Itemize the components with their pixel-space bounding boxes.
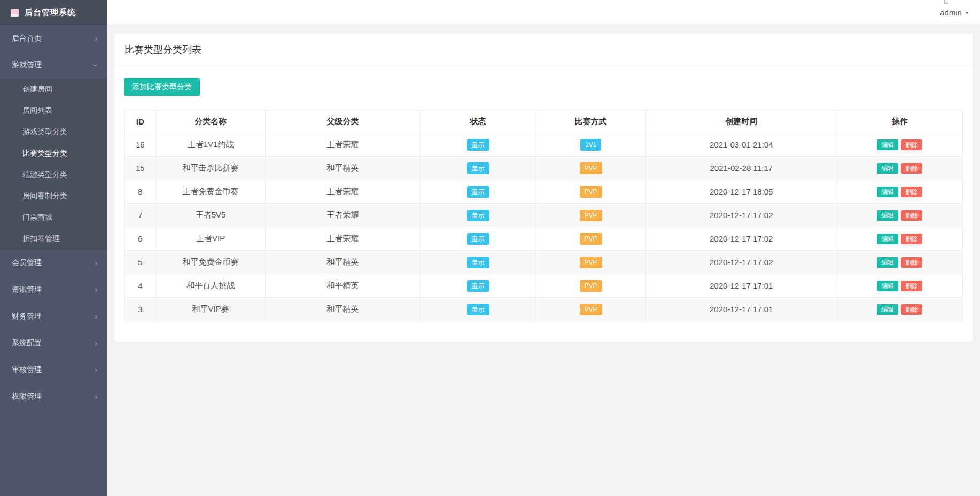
cell-status: 显示 (420, 204, 536, 227)
mode-badge: PVP (580, 162, 602, 174)
chevron-right-icon: › (95, 35, 97, 42)
cell-id: 16 (125, 133, 157, 157)
cell-parent: 和平精英 (265, 274, 420, 298)
cell-parent: 王者荣耀 (265, 227, 420, 251)
sidebar-item-members[interactable]: 会员管理 › (0, 250, 107, 276)
edit-button[interactable]: 编辑 (877, 234, 898, 244)
status-badge[interactable]: 显示 (467, 233, 489, 245)
cell-name: 王者1V1约战 (156, 133, 265, 157)
delete-button[interactable]: 删除 (901, 187, 922, 197)
edit-button[interactable]: 编辑 (877, 281, 898, 291)
user-dropdown[interactable]: admin ▾ (940, 0, 968, 25)
cell-status: 显示 (420, 180, 536, 204)
sidebar-item-home[interactable]: 后台首页 › (0, 25, 107, 52)
status-badge[interactable]: 显示 (467, 257, 489, 268)
sidebar-subitem-ticket-mall[interactable]: 门票商城 (0, 207, 107, 228)
mode-badge: PVP (580, 280, 602, 292)
status-badge[interactable]: 显示 (467, 304, 489, 315)
sidebar-subitem-room-format[interactable]: 房间赛制分类 (0, 185, 107, 207)
status-badge[interactable]: 显示 (467, 162, 489, 174)
delete-button[interactable]: 删除 (901, 234, 922, 244)
sidebar-item-label: 权限管理 (12, 392, 42, 401)
delete-button[interactable]: 删除 (901, 210, 922, 221)
sidebar-subitem-game-type[interactable]: 游戏类型分类 (0, 121, 107, 143)
username-label: admin (940, 8, 962, 17)
add-category-button[interactable]: 添加比赛类型分类 (124, 78, 200, 96)
sidebar-subitem-create-room[interactable]: 创建房间 (0, 79, 107, 100)
cell-status: 显示 (420, 133, 536, 157)
cell-id: 6 (125, 227, 157, 251)
table-row: 16 王者1V1约战 王者荣耀 显示 1V1 2021-03-01 21:04 … (125, 133, 963, 157)
sidebar-item-game[interactable]: 游戏管理 › (0, 52, 107, 79)
sidebar-item-permissions[interactable]: 权限管理 › (0, 383, 107, 410)
cell-name: 和平击杀比拼赛 (156, 157, 265, 180)
status-badge[interactable]: 显示 (467, 280, 489, 292)
cell-actions: 编辑删除 (837, 180, 962, 204)
cell-status: 显示 (420, 251, 536, 274)
status-badge[interactable]: 显示 (467, 139, 489, 151)
edit-button[interactable]: 编辑 (877, 163, 898, 174)
sidebar-item-label: 会员管理 (12, 258, 42, 268)
cell-name: 王者VIP (156, 227, 265, 251)
cell-mode: 1V1 (536, 133, 646, 157)
table-row: 8 王者免费金币赛 王者荣耀 显示 PVP 2020-12-17 18:05 编… (125, 180, 963, 204)
delete-button[interactable]: 删除 (901, 163, 922, 174)
cell-actions: 编辑删除 (837, 157, 962, 180)
delete-button[interactable]: 删除 (901, 304, 922, 315)
cell-time: 2020-12-17 17:02 (645, 204, 837, 227)
chevron-right-icon: › (95, 259, 97, 267)
main-content: 比赛类型分类列表 添加比赛类型分类 ID 分类名称 父级分类 状态 比赛方式 (107, 25, 980, 496)
cell-actions: 编辑删除 (837, 227, 962, 251)
cell-id: 15 (125, 157, 157, 180)
table-row: 3 和平VIP赛 和平精英 显示 PVP 2020-12-17 17:01 编辑… (125, 298, 963, 321)
sidebar-subitem-match-type[interactable]: 比赛类型分类 (0, 143, 107, 164)
sidebar-item-audit[interactable]: 审核管理 › (0, 356, 107, 383)
cell-parent: 王者荣耀 (265, 180, 420, 204)
status-badge[interactable]: 显示 (467, 186, 489, 198)
cell-actions: 编辑删除 (837, 274, 962, 298)
edit-button[interactable]: 编辑 (877, 210, 898, 221)
delete-button[interactable]: 删除 (901, 257, 922, 268)
edit-button[interactable]: 编辑 (877, 140, 898, 150)
edit-button[interactable]: 编辑 (877, 257, 898, 268)
delete-button[interactable]: 删除 (901, 140, 922, 150)
cell-id: 8 (125, 180, 157, 204)
table-row: 7 王者5V5 王者荣耀 显示 PVP 2020-12-17 17:02 编辑删… (125, 204, 963, 227)
cell-name: 和平免费金币赛 (156, 251, 265, 274)
chevron-right-icon: › (95, 393, 97, 400)
cell-mode: PVP (536, 157, 646, 180)
edit-button[interactable]: 编辑 (877, 187, 898, 197)
col-name: 分类名称 (156, 110, 265, 133)
mode-badge: PVP (580, 257, 602, 268)
sidebar-item-finance[interactable]: 财务管理 › (0, 303, 107, 330)
cell-status: 显示 (420, 157, 536, 180)
sidebar-subitem-coupon[interactable]: 折扣卷管理 (0, 228, 107, 250)
cell-name: 王者5V5 (156, 204, 265, 227)
cell-mode: PVP (536, 227, 646, 251)
cell-mode: PVP (536, 204, 646, 227)
cell-id: 4 (125, 274, 157, 298)
sidebar: 后台管理系统 后台首页 › 游戏管理 › 创建房间 房间列表 游戏类型分类 比赛… (0, 0, 107, 496)
cell-time: 2021-02-28 11:17 (645, 157, 837, 180)
sidebar-item-news[interactable]: 资讯管理 › (0, 276, 107, 303)
cell-time: 2020-12-17 17:02 (645, 251, 837, 274)
cell-name: 和平VIP赛 (156, 298, 265, 321)
col-parent: 父级分类 (265, 110, 420, 133)
sidebar-item-label: 审核管理 (12, 365, 42, 375)
edit-button[interactable]: 编辑 (877, 304, 898, 315)
cell-parent: 王者荣耀 (265, 204, 420, 227)
cell-actions: 编辑删除 (837, 251, 962, 274)
sidebar-item-label: 资讯管理 (12, 285, 42, 294)
mode-badge: 1V1 (580, 139, 601, 151)
status-badge[interactable]: 显示 (467, 210, 489, 221)
sidebar-item-system[interactable]: 系统配置 › (0, 330, 107, 356)
cell-parent: 和平精英 (265, 157, 420, 180)
sidebar-subitem-room-list[interactable]: 房间列表 (0, 100, 107, 121)
chevron-right-icon: › (95, 286, 97, 293)
mode-badge: PVP (580, 186, 602, 198)
cell-id: 5 (125, 251, 157, 274)
sidebar-item-label: 系统配置 (12, 338, 42, 348)
cell-actions: 编辑删除 (837, 204, 962, 227)
sidebar-subitem-pc-game-type[interactable]: 端游类型分类 (0, 164, 107, 185)
delete-button[interactable]: 删除 (901, 281, 922, 291)
